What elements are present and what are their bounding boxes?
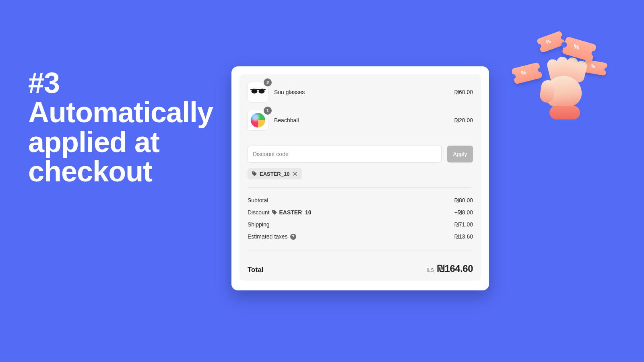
total-label: Total [248, 266, 427, 274]
item-list: 2 Sun glasses ₪60.00 1 [248, 82, 473, 131]
svg-point-1 [259, 89, 265, 94]
svg-point-0 [252, 89, 258, 94]
divider [248, 251, 473, 251]
marketing-headline: #3 Automatically applied at checkout [28, 68, 237, 187]
subtotal-value: ₪80.00 [454, 197, 473, 204]
ticket-icon: % [537, 31, 566, 53]
discount-value: −₪8.00 [454, 209, 473, 216]
tag-icon [272, 210, 277, 215]
subtotal-row: Subtotal ₪80.00 [248, 194, 473, 206]
total-row: Total ILS ₪164.60 [248, 257, 473, 274]
discount-label: Discount [248, 209, 269, 216]
item-thumbnail: 2 [248, 82, 268, 103]
beachball-icon [251, 113, 265, 128]
ticket-icon: % [583, 60, 608, 76]
taxes-row: Estimated taxes ? ₪13.60 [248, 230, 473, 243]
item-row: 1 Beachball ₪20.00 [248, 110, 473, 131]
taxes-label: Estimated taxes [248, 233, 288, 240]
apply-discount-button[interactable]: Apply [447, 146, 473, 162]
shipping-value: ₪71.00 [454, 221, 473, 228]
shipping-label: Shipping [248, 221, 454, 228]
headline-text: Automatically applied at checkout [28, 98, 237, 186]
subtotal-label: Subtotal [248, 197, 454, 204]
item-name: Sun glasses [274, 89, 449, 95]
quantity-badge: 2 [264, 78, 272, 86]
total-value: ₪164.60 [437, 263, 473, 274]
ticket-icon: % [561, 36, 597, 62]
headline-number: #3 [28, 68, 237, 98]
shipping-row: Shipping ₪71.00 [248, 218, 473, 230]
order-summary: 2 Sun glasses ₪60.00 1 [239, 74, 481, 281]
item-name: Beachball [274, 117, 449, 123]
discount-code-text: EASTER_10 [279, 209, 311, 216]
taxes-value: ₪13.60 [454, 233, 473, 240]
help-icon[interactable]: ? [290, 234, 296, 240]
applied-discount-chip: EASTER_10 [248, 168, 302, 179]
tag-icon [252, 171, 257, 177]
discount-row: Apply [248, 146, 473, 162]
checkout-card: 2 Sun glasses ₪60.00 1 [231, 66, 489, 290]
promo-illustration: % % % % [519, 36, 608, 117]
ticket-icon: % [511, 62, 543, 84]
item-thumbnail: 1 [248, 110, 268, 131]
discount-code-tag: EASTER_10 [272, 209, 311, 216]
item-price: ₪60.00 [454, 89, 473, 95]
item-row: 2 Sun glasses ₪60.00 [248, 82, 473, 103]
currency-code: ILS [427, 267, 434, 273]
sunglasses-icon [250, 88, 266, 97]
divider [248, 139, 473, 139]
hand-icon [541, 58, 586, 111]
discount-chip-code: EASTER_10 [260, 171, 289, 177]
discount-breakdown-row: Discount EASTER_10 −₪8.00 [248, 206, 473, 218]
discount-code-input[interactable] [248, 146, 442, 162]
item-price: ₪20.00 [454, 117, 473, 123]
quantity-badge: 1 [264, 107, 272, 115]
divider [248, 187, 473, 188]
remove-discount-button[interactable] [292, 171, 298, 177]
